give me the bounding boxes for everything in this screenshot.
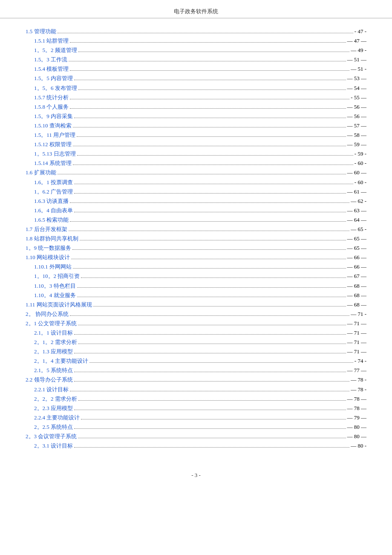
toc-page: — 47 — bbox=[347, 36, 367, 46]
toc-item[interactable]: 2。1。2 需求分析— 71 — bbox=[26, 338, 366, 347]
toc-dots bbox=[69, 231, 350, 231]
toc-dots bbox=[71, 259, 346, 259]
toc-item[interactable]: 2。2.5 系统特点— 80 — bbox=[26, 422, 366, 432]
toc-page: — 66 — bbox=[347, 253, 367, 262]
toc-item[interactable]: 1。5。6 发布管理— 54 — bbox=[26, 84, 366, 93]
toc-item[interactable]: 1.5。9 内容采集— 56 — bbox=[26, 112, 366, 121]
toc-label: 1。9 统一数据服务 bbox=[26, 243, 71, 253]
toc-page: — 80 — bbox=[347, 422, 367, 432]
toc-item[interactable]: 2。3 会议管理子系统— 80 — bbox=[26, 432, 366, 441]
toc-item[interactable]: 2。1 公文管理子系统— 71 — bbox=[26, 319, 366, 328]
toc-item[interactable]: 1。5.13 日志管理- 59 - bbox=[26, 149, 366, 159]
toc-item[interactable]: 2.2.4 主要功能设计— 79 — bbox=[26, 413, 366, 422]
toc-label: 1.5.8 个人服务 bbox=[26, 102, 69, 112]
toc-item[interactable]: 1.5.4 模板管理— 51 - bbox=[26, 64, 366, 74]
toc-label: 1。5。6 发布管理 bbox=[26, 84, 77, 93]
toc-item[interactable]: 2。2.3 应用模型— 78 — bbox=[26, 404, 366, 413]
toc-item[interactable]: 1.6.3 访谈直播— 62 - bbox=[26, 197, 366, 206]
toc-dots bbox=[74, 212, 346, 212]
toc-item[interactable]: 1.5。5 内容管理— 53 — bbox=[26, 74, 366, 83]
toc-label: 2.2.1 设计目标 bbox=[26, 385, 69, 394]
toc-dots bbox=[70, 202, 349, 203]
toc-item[interactable]: 1.6。1 投票调查- 60 - bbox=[26, 178, 366, 187]
toc-item[interactable]: 2。3.1 设计目标— 80 - bbox=[26, 441, 366, 451]
toc-label: 1.5.12 权限管理 bbox=[26, 140, 72, 149]
toc-label: 2.1。1 设计目标 bbox=[26, 328, 73, 338]
toc-item[interactable]: 1.5.8 个人服务— 56 — bbox=[26, 102, 366, 112]
toc-item[interactable]: 1.6。4 自由表单— 63 — bbox=[26, 206, 366, 215]
toc-item[interactable]: 1。6.2 广告管理— 61 — bbox=[26, 187, 366, 197]
toc-label: 2。1.3 应用模型 bbox=[26, 347, 73, 356]
toc-page: — 71 — bbox=[347, 338, 367, 347]
toc-label: 1.5.1 站群管理 bbox=[26, 36, 69, 46]
toc-label: 1。10。2 招商引资 bbox=[26, 272, 80, 281]
toc-item[interactable]: 1.5.12 权限管理— 59 — bbox=[26, 140, 366, 149]
toc-item[interactable]: 1.10 网站模块设计— 66 — bbox=[26, 253, 366, 262]
toc-item[interactable]: 2。1。4 主要功能设计- 74 - bbox=[26, 356, 366, 366]
toc-item[interactable]: 1.5。11 用户管理— 58 — bbox=[26, 130, 366, 140]
toc-dots bbox=[73, 127, 346, 127]
toc-item[interactable]: 1.6.5 检索功能— 64 — bbox=[26, 215, 366, 225]
toc-item[interactable]: 1.5.7 统计分析- 55 — bbox=[26, 93, 366, 102]
toc-item[interactable]: 1.5。3 工作流— 51 — bbox=[26, 55, 366, 64]
toc-page: — 53 — bbox=[347, 74, 367, 83]
toc-page: — 65 - bbox=[351, 225, 366, 234]
toc-item[interactable]: 1.10.1 外网网站— 66 — bbox=[26, 262, 366, 272]
toc-item[interactable]: 2。2。2 需求分析— 78 — bbox=[26, 394, 366, 404]
toc-item[interactable]: 1.6 扩展功能— 60 — bbox=[26, 168, 366, 177]
toc-page: — 59 — bbox=[347, 140, 367, 149]
toc-page: — 54 — bbox=[347, 84, 367, 93]
toc-page: — 65 — bbox=[347, 234, 367, 243]
toc-label: 2。3 会议管理子系统 bbox=[26, 432, 77, 441]
toc-page: — 71 — bbox=[347, 319, 367, 328]
toc-item[interactable]: 1。10。2 招商引资— 67 — bbox=[26, 272, 366, 281]
toc-dots bbox=[69, 61, 346, 61]
toc-dots bbox=[74, 428, 346, 429]
toc-label: 1.10。3 特色栏目 bbox=[26, 281, 76, 291]
toc-item[interactable]: 1.5.10 查询检索— 57 — bbox=[26, 121, 366, 130]
toc-label: 1.6.5 检索功能 bbox=[26, 215, 69, 225]
toc-label: 1.10。4 就业服务 bbox=[26, 291, 76, 300]
toc-item[interactable]: 2.1。1 设计目标— 71 — bbox=[26, 328, 366, 338]
toc-page: — 61 — bbox=[347, 187, 367, 197]
toc-page: — 63 — bbox=[347, 206, 367, 215]
toc-dots bbox=[74, 353, 346, 353]
page-footer: - 3 - bbox=[0, 463, 392, 483]
toc-item[interactable]: 2.1。5 系统特点— 77 — bbox=[26, 366, 366, 375]
toc-page: — 57 — bbox=[347, 121, 367, 130]
toc-dots bbox=[78, 52, 349, 52]
toc-dots bbox=[73, 165, 353, 165]
toc-label: 1.5。11 用户管理 bbox=[26, 130, 75, 140]
toc-item[interactable]: 1。9 统一数据服务— 65 — bbox=[26, 243, 366, 253]
toc-item[interactable]: 1.11 网站页面设计风格展现— 68 — bbox=[26, 300, 366, 309]
toc-label: 1.5 管理功能 bbox=[26, 27, 56, 36]
page-header: 电子政务软件系统 bbox=[0, 0, 392, 18]
toc-item[interactable]: 1.5 管理功能- 47 - bbox=[26, 27, 366, 36]
toc-dots bbox=[78, 325, 346, 325]
toc-dots bbox=[74, 80, 346, 80]
toc-dots bbox=[70, 108, 346, 109]
toc-label: 1.6.3 访谈直播 bbox=[26, 197, 69, 206]
toc-label: 1.7 后台开发框架 bbox=[26, 225, 67, 234]
toc-item[interactable]: 2.2.1 设计目标— 78 - bbox=[26, 385, 366, 394]
toc-item[interactable]: 1。5。2 频道管理— 49 - bbox=[26, 46, 366, 55]
toc-page: — 80 - bbox=[351, 441, 366, 451]
toc-item[interactable]: 2。1.3 应用模型— 71 — bbox=[26, 347, 366, 356]
toc-page: — 71 - bbox=[351, 309, 366, 319]
toc-item[interactable]: 2.2 领导办公子系统— 78 - bbox=[26, 375, 366, 384]
toc-page: - 60 - bbox=[355, 178, 366, 187]
toc-label: 1.6。1 投票调查 bbox=[26, 178, 73, 187]
toc-label: 1。5。2 频道管理 bbox=[26, 46, 77, 55]
toc-item[interactable]: 1.10。3 特色栏目— 68 — bbox=[26, 281, 366, 291]
toc-item[interactable]: 1.10。4 就业服务— 68 — bbox=[26, 291, 366, 300]
toc-item[interactable]: 1.8 站群协同共享机制— 65 — bbox=[26, 234, 366, 243]
toc-item[interactable]: 1.5.14 系统管理- 60 - bbox=[26, 159, 366, 168]
toc-dots bbox=[74, 447, 349, 448]
toc-dots bbox=[80, 240, 346, 240]
toc-item[interactable]: 1.7 后台开发框架— 65 - bbox=[26, 225, 366, 234]
toc-label: 1.6 扩展功能 bbox=[26, 168, 56, 177]
toc-container: 1.5 管理功能- 47 -1.5.1 站群管理— 47 —1。5。2 频道管理… bbox=[0, 23, 392, 463]
toc-item[interactable]: 1.5.1 站群管理— 47 — bbox=[26, 36, 366, 46]
toc-item[interactable]: 2。 协同办公系统— 71 - bbox=[26, 309, 366, 319]
toc-label: 2.2.4 主要功能设计 bbox=[26, 413, 80, 422]
